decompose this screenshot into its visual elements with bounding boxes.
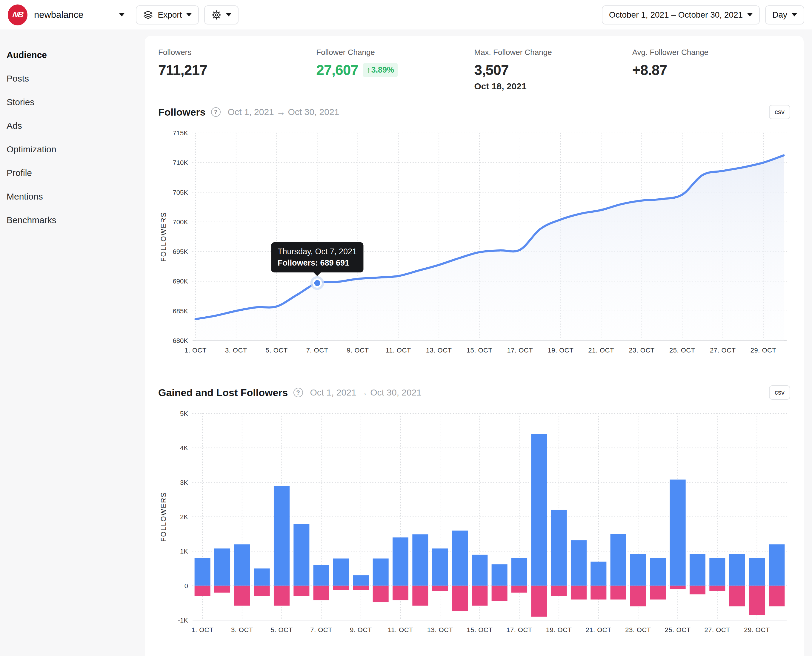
svg-text:2K: 2K xyxy=(180,513,188,521)
sidebar-item-benchmarks[interactable]: Benchmarks xyxy=(6,208,145,232)
granularity-chevron-down-icon xyxy=(792,13,797,16)
help-question-icon[interactable]: ? xyxy=(293,388,303,397)
settings-chevron-down-icon xyxy=(226,13,232,16)
svg-text:15. OCT: 15. OCT xyxy=(466,347,492,354)
stat-label: Avg. Follower Change xyxy=(632,48,790,57)
main-content-card: Followers 711,217 Follower Change 27,607… xyxy=(145,36,804,656)
gained-lost-bar-chart-svg: 5K4K3K2K1K0-1KFOLLOWERS1. OCT3. OCT5. OC… xyxy=(158,407,790,650)
svg-text:11. OCT: 11. OCT xyxy=(386,347,411,354)
svg-text:13. OCT: 13. OCT xyxy=(426,347,452,354)
svg-text:710K: 710K xyxy=(173,159,188,166)
csv-export-button[interactable]: csv xyxy=(769,385,790,400)
svg-text:13. OCT: 13. OCT xyxy=(427,626,453,634)
stat-label: Followers xyxy=(158,48,316,57)
svg-text:685K: 685K xyxy=(173,307,188,315)
export-chevron-down-icon xyxy=(186,13,191,16)
sidebar-item-mentions[interactable]: Mentions xyxy=(6,185,145,208)
svg-text:1. OCT: 1. OCT xyxy=(191,626,213,634)
stat-value: 3,507 xyxy=(474,62,632,78)
svg-text:21. OCT: 21. OCT xyxy=(588,347,614,354)
svg-text:700K: 700K xyxy=(173,218,188,226)
settings-button[interactable] xyxy=(204,5,239,25)
svg-text:5K: 5K xyxy=(180,410,188,417)
stat-label: Follower Change xyxy=(316,48,474,57)
section-date-range: Oct 1, 2021 → Oct 30, 2021 xyxy=(310,387,422,398)
svg-text:3K: 3K xyxy=(180,479,188,486)
section-date-range: Oct 1, 2021 → Oct 30, 2021 xyxy=(228,107,340,117)
svg-text:23. OCT: 23. OCT xyxy=(625,626,651,634)
selected-point-marker[interactable] xyxy=(310,276,324,290)
stat-followers: Followers 711,217 xyxy=(158,48,316,91)
y-axis-title: FOLLOWERS xyxy=(160,492,167,542)
help-question-icon[interactable]: ? xyxy=(211,107,221,117)
lost-bars[interactable] xyxy=(195,586,785,617)
svg-text:690K: 690K xyxy=(173,277,188,285)
gained-lost-chart-section: Gained and Lost Followers ? Oct 1, 2021 … xyxy=(158,385,790,650)
svg-text:3. OCT: 3. OCT xyxy=(225,347,247,354)
svg-text:17. OCT: 17. OCT xyxy=(506,626,532,634)
date-range-button[interactable]: October 1, 2021 – October 30, 2021 xyxy=(602,5,760,25)
stat-avg-follower-change: Avg. Follower Change +8.87 xyxy=(632,48,790,91)
svg-text:7. OCT: 7. OCT xyxy=(310,626,332,634)
svg-text:715K: 715K xyxy=(173,129,188,137)
date-range-label: October 1, 2021 – October 30, 2021 xyxy=(609,10,743,20)
stat-value: 27,607 xyxy=(316,62,358,78)
sidebar: Audience Posts Stories Ads Optimization … xyxy=(0,30,145,232)
sidebar-item-stories[interactable]: Stories xyxy=(6,90,145,114)
svg-text:27. OCT: 27. OCT xyxy=(704,626,730,634)
y-axis-title: FOLLOWERS xyxy=(160,212,167,262)
sidebar-item-optimization[interactable]: Optimization xyxy=(6,138,145,161)
svg-text:1. OCT: 1. OCT xyxy=(184,347,207,354)
sidebar-item-posts[interactable]: Posts xyxy=(6,67,145,90)
svg-text:17. OCT: 17. OCT xyxy=(507,347,533,354)
svg-text:23. OCT: 23. OCT xyxy=(629,347,655,354)
date-range-chevron-down-icon xyxy=(747,13,753,16)
stats-row: Followers 711,217 Follower Change 27,607… xyxy=(158,48,790,91)
account-chevron-down-icon[interactable] xyxy=(119,13,125,16)
svg-text:5. OCT: 5. OCT xyxy=(271,626,293,634)
svg-text:27. OCT: 27. OCT xyxy=(710,347,736,354)
stat-follower-change: Follower Change 27,607 ↑3.89% xyxy=(316,48,474,91)
chart-tooltip: Thursday, Oct 7, 2021 Followers: 689 691 xyxy=(271,242,363,272)
svg-text:9. OCT: 9. OCT xyxy=(350,626,372,634)
export-button[interactable]: Export xyxy=(136,5,199,25)
sidebar-item-profile[interactable]: Profile xyxy=(6,161,145,185)
svg-text:3. OCT: 3. OCT xyxy=(231,626,253,634)
svg-text:680K: 680K xyxy=(173,337,188,344)
svg-text:7. OCT: 7. OCT xyxy=(306,347,328,354)
svg-text:29. OCT: 29. OCT xyxy=(744,626,770,634)
sidebar-item-audience[interactable]: Audience xyxy=(6,43,145,67)
account-name: newbalance xyxy=(34,9,83,20)
newbalance-logo-icon: NB xyxy=(8,5,28,25)
gained-bars[interactable] xyxy=(195,434,785,585)
svg-text:25. OCT: 25. OCT xyxy=(669,347,695,354)
section-title: Followers xyxy=(158,106,206,118)
followers-chart-section: Followers ? Oct 1, 2021 → Oct 30, 2021 c… xyxy=(158,105,790,369)
stat-max-follower-change: Max. Follower Change 3,507 Oct 18, 2021 xyxy=(474,48,632,91)
csv-export-button[interactable]: csv xyxy=(769,105,790,119)
tooltip-date: Thursday, Oct 7, 2021 xyxy=(278,247,357,256)
stat-label: Max. Follower Change xyxy=(474,48,632,57)
svg-text:21. OCT: 21. OCT xyxy=(586,626,612,634)
export-label: Export xyxy=(157,10,182,20)
gained-lost-bar-chart: 5K4K3K2K1K0-1KFOLLOWERS1. OCT3. OCT5. OC… xyxy=(158,407,790,650)
granularity-label: Day xyxy=(772,10,787,20)
svg-text:25. OCT: 25. OCT xyxy=(665,626,691,634)
layers-icon xyxy=(143,11,153,19)
svg-text:705K: 705K xyxy=(173,189,188,196)
up-arrow-icon: ↑ xyxy=(367,65,371,75)
gear-icon xyxy=(211,10,222,20)
svg-text:5. OCT: 5. OCT xyxy=(266,347,288,354)
stat-value: +8.87 xyxy=(632,62,790,78)
svg-text:29. OCT: 29. OCT xyxy=(750,347,776,354)
svg-text:19. OCT: 19. OCT xyxy=(546,626,572,634)
svg-text:1K: 1K xyxy=(180,548,188,555)
svg-text:695K: 695K xyxy=(173,248,188,255)
sidebar-item-ads[interactable]: Ads xyxy=(6,114,145,138)
granularity-button[interactable]: Day xyxy=(765,5,804,25)
svg-text:15. OCT: 15. OCT xyxy=(467,626,493,634)
tooltip-value: Followers: 689 691 xyxy=(278,258,357,268)
svg-text:0: 0 xyxy=(184,582,188,590)
svg-text:9. OCT: 9. OCT xyxy=(347,347,369,354)
stat-date: Oct 18, 2021 xyxy=(474,81,632,91)
